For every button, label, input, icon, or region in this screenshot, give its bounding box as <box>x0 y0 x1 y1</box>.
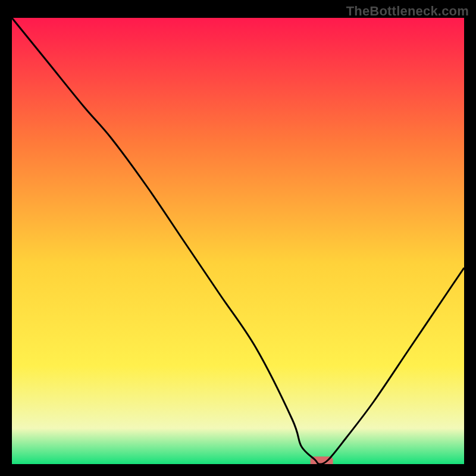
chart-frame: TheBottleneck.com <box>0 0 476 476</box>
watermark-label: TheBottleneck.com <box>346 4 469 19</box>
gradient-background <box>12 18 464 464</box>
plot-area <box>12 18 464 464</box>
chart-svg <box>12 18 464 464</box>
